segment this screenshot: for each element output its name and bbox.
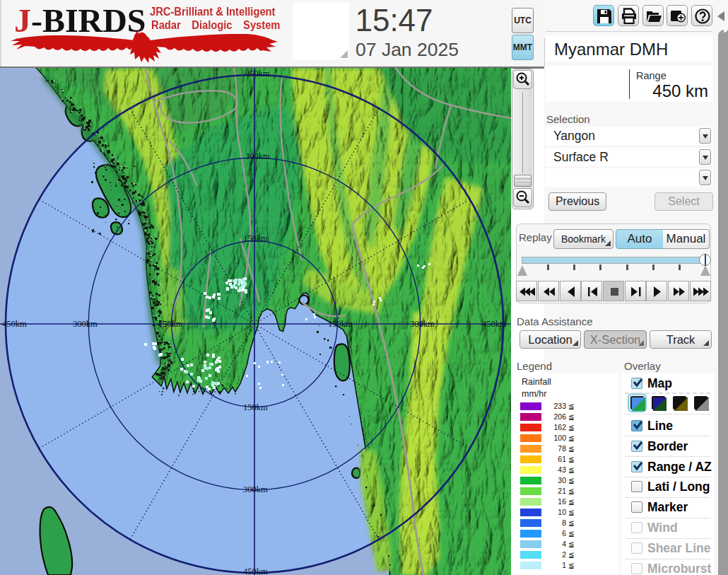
svg-text:300km: 300km — [243, 484, 268, 494]
svg-text:300km: 300km — [245, 151, 270, 161]
svg-text:150km: 150km — [243, 402, 268, 412]
svg-text:300km: 300km — [73, 319, 98, 329]
svg-text:450km: 450km — [245, 69, 270, 79]
svg-text:150km: 150km — [328, 319, 353, 329]
svg-text:450km: 450km — [2, 319, 27, 329]
svg-text:450km: 450km — [243, 567, 268, 575]
svg-text:150km: 150km — [243, 233, 268, 243]
svg-text:450km: 450km — [482, 319, 507, 329]
svg-text:300km: 300km — [410, 319, 435, 329]
svg-text:150km: 150km — [158, 319, 183, 329]
